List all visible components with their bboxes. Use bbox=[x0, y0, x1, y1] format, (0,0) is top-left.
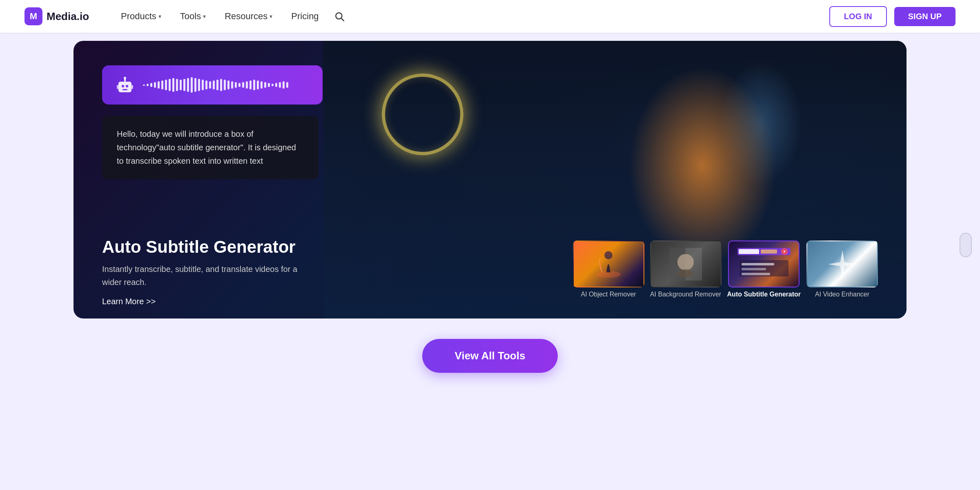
wave-bar bbox=[246, 81, 248, 89]
svg-rect-5 bbox=[122, 89, 127, 90]
hero-title: Auto Subtitle Generator bbox=[102, 237, 298, 257]
logo-text: Media.io bbox=[47, 10, 89, 23]
thumb-ai-bg-remover[interactable]: AI Background Remover bbox=[650, 241, 722, 298]
hero-info: Auto Subtitle Generator Instantly transc… bbox=[102, 237, 298, 306]
search-icon bbox=[334, 11, 345, 22]
thumb-ai-video-enhancer[interactable]: AI Video Enhancer bbox=[806, 241, 878, 298]
tool-thumbnails: AI Object Remover bbox=[573, 241, 878, 306]
wave-bar bbox=[154, 82, 156, 88]
wave-bar bbox=[169, 79, 171, 91]
logo[interactable]: M Media.io bbox=[24, 7, 89, 25]
wave-bar bbox=[161, 80, 163, 89]
thumb-img-2 bbox=[650, 241, 722, 287]
wave-bar bbox=[143, 85, 145, 86]
view-all-section: View All Tools bbox=[74, 339, 906, 373]
bg-remover-preview bbox=[669, 248, 702, 281]
object-remover-preview bbox=[592, 248, 625, 281]
bot-icon bbox=[114, 74, 136, 96]
login-button[interactable]: LOG IN bbox=[829, 6, 887, 27]
svg-point-11 bbox=[604, 251, 612, 259]
wave-bar bbox=[220, 79, 222, 91]
thumb-label-3: Auto Subtitle Generator bbox=[727, 291, 801, 298]
header-actions: LOG IN SIGN UP bbox=[829, 6, 956, 27]
wave-bar bbox=[183, 79, 185, 91]
thumb-label-4: AI Video Enhancer bbox=[815, 291, 869, 298]
subtitle-preview bbox=[735, 246, 793, 283]
thumb-ai-object-remover[interactable]: AI Object Remover bbox=[573, 241, 644, 298]
wave-bar bbox=[147, 84, 149, 86]
wave-bar bbox=[194, 78, 196, 92]
chevron-down-icon: ▾ bbox=[158, 13, 161, 20]
svg-point-7 bbox=[124, 77, 126, 79]
wave-bar bbox=[235, 82, 237, 88]
wave-bar bbox=[249, 80, 252, 89]
wave-bar bbox=[253, 80, 255, 90]
wave-bar bbox=[150, 83, 152, 87]
thumb-img-3 bbox=[728, 241, 800, 287]
wave-bar bbox=[176, 79, 178, 91]
wave-bar bbox=[172, 78, 174, 92]
svg-rect-9 bbox=[131, 85, 133, 89]
wave-bar bbox=[257, 80, 259, 89]
wave-bar bbox=[268, 83, 270, 87]
wave-bar bbox=[213, 80, 215, 89]
svg-rect-23 bbox=[742, 273, 770, 275]
thumb-inner-1 bbox=[574, 241, 644, 287]
svg-rect-22 bbox=[742, 268, 766, 270]
subtitle-text: Hello, today we will introduce a box of … bbox=[117, 127, 304, 168]
header: M Media.io Products ▾ Tools ▾ Resources … bbox=[0, 0, 980, 33]
wave-bar bbox=[242, 82, 244, 88]
svg-rect-4 bbox=[126, 85, 128, 87]
wave-bar bbox=[261, 81, 263, 89]
wave-bar bbox=[165, 80, 167, 90]
wave-bar bbox=[202, 80, 204, 90]
chevron-down-icon: ▾ bbox=[203, 13, 206, 20]
wave-bar bbox=[224, 80, 226, 90]
nav-pricing[interactable]: Pricing bbox=[284, 8, 326, 25]
main-nav: Products ▾ Tools ▾ Resources ▾ Pricing bbox=[114, 7, 829, 25]
wave-bar bbox=[283, 81, 285, 89]
wave-bar bbox=[264, 82, 266, 88]
wave-bar bbox=[279, 82, 281, 88]
thumb-img-4 bbox=[806, 241, 878, 287]
wave-bar bbox=[209, 81, 211, 89]
thumb-inner-2 bbox=[651, 241, 721, 287]
chevron-down-icon: ▾ bbox=[270, 13, 272, 20]
wave-bar bbox=[227, 80, 229, 89]
wave-bar bbox=[286, 82, 288, 88]
nav-resources[interactable]: Resources ▾ bbox=[217, 8, 280, 25]
search-button[interactable] bbox=[330, 7, 348, 25]
svg-rect-8 bbox=[117, 85, 118, 89]
nav-products[interactable]: Products ▾ bbox=[114, 8, 169, 25]
thumb-inner-4 bbox=[807, 241, 877, 287]
wave-bar bbox=[275, 83, 277, 87]
ai-wave-card bbox=[102, 65, 323, 105]
wave-bar bbox=[238, 83, 241, 87]
audio-waveform bbox=[143, 77, 310, 93]
thumb-inner-3 bbox=[729, 241, 799, 287]
hero-desc: Instantly transcribe, subtitle, and tran… bbox=[102, 263, 298, 289]
scroll-indicator bbox=[960, 233, 972, 257]
nav-tools[interactable]: Tools ▾ bbox=[173, 8, 213, 25]
wave-bar bbox=[205, 80, 207, 89]
view-all-tools-button[interactable]: View All Tools bbox=[422, 339, 558, 373]
thumb-auto-subtitle[interactable]: Auto Subtitle Generator bbox=[727, 241, 801, 298]
signup-button[interactable]: SIGN UP bbox=[894, 7, 956, 26]
learn-more-link[interactable]: Learn More >> bbox=[102, 297, 156, 306]
svg-rect-2 bbox=[118, 82, 131, 92]
svg-point-15 bbox=[678, 269, 693, 277]
thumb-img-1 bbox=[573, 241, 644, 287]
svg-rect-3 bbox=[122, 85, 124, 87]
logo-icon: M bbox=[24, 7, 42, 25]
wave-bar bbox=[198, 79, 200, 91]
video-enhancer-preview bbox=[826, 248, 859, 281]
svg-rect-18 bbox=[761, 249, 777, 254]
svg-marker-24 bbox=[828, 250, 857, 278]
wave-bar bbox=[191, 77, 193, 93]
page-content: Hello, today we will introduce a box of … bbox=[0, 0, 980, 405]
hero-bottom: Auto Subtitle Generator Instantly transc… bbox=[74, 225, 906, 318]
svg-line-1 bbox=[341, 18, 343, 21]
wave-bar bbox=[272, 84, 274, 86]
wave-bar bbox=[216, 80, 218, 90]
wave-bar bbox=[187, 78, 189, 92]
